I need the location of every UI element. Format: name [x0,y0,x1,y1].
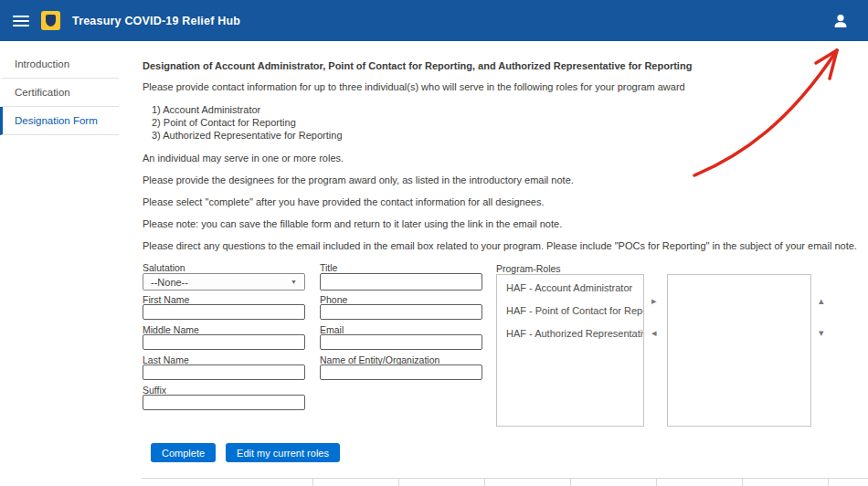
action-buttons: Complete Edit my current roles [151,443,868,462]
page: Treasury COVID-19 Relief Hub Introductio… [0,0,868,486]
chevron-down-icon: ▼ [291,279,297,285]
page-title: Designation of Account Administrator, Po… [143,60,868,71]
table-cell [142,479,313,486]
salutation-select[interactable]: --None-- ▼ [143,273,305,291]
sidebar-item-designation-form[interactable]: Designation Form [0,107,119,135]
phone-field[interactable] [320,304,482,320]
user-icon[interactable] [831,12,850,30]
roles-list-item: 1) Account Administrator [152,103,868,116]
role-option[interactable]: HAF - Account Administrator [497,275,643,298]
table-cell [399,479,485,486]
last-name-field[interactable] [143,364,305,380]
roles-list-item: 2) Point of Contact for Reporting [152,116,868,129]
title-field[interactable] [320,273,482,291]
note-paragraph: Please note: you can save the fillable f… [143,218,868,229]
salutation-label: Salutation [143,262,185,273]
email-field[interactable] [320,334,482,350]
move-left-icon[interactable]: ◂ [650,326,659,340]
available-roles-listbox[interactable]: HAF - Account Administrator HAF - Point … [496,274,644,427]
table-cell [657,479,743,486]
move-down-icon[interactable]: ▾ [817,326,826,340]
contacts-table [142,478,868,486]
note-paragraph: Please select "complete" after you have … [143,196,868,207]
table-cell [485,479,571,486]
note-paragraph: Please provide the designees for the pro… [143,174,868,185]
app-title: Treasury COVID-19 Relief Hub [72,15,240,27]
move-right-icon[interactable]: ▸ [650,294,659,308]
menu-icon[interactable] [13,13,29,29]
app-header: Treasury COVID-19 Relief Hub [0,0,868,41]
sidebar-item-certification[interactable]: Certification [0,79,119,107]
intro-paragraph: Please provide contact information for u… [143,81,868,92]
suffix-field[interactable] [143,395,305,410]
sidebar-item-label: Designation Form [15,115,98,126]
main-content: Designation of Account Administrator, Po… [119,41,868,486]
middle-name-field[interactable] [143,334,305,350]
title-label: Title [320,262,337,273]
table-cell [571,479,657,486]
first-name-field[interactable] [143,304,305,320]
role-option[interactable]: HAF - Point of Contact for Reporting [497,298,643,321]
table-cell [313,479,399,486]
role-option[interactable]: HAF - Authorized Representative fo... [497,321,643,343]
note-paragraph: Please direct any questions to the email… [143,240,868,251]
salutation-selected-value: --None-- [151,277,188,288]
roles-list-item: 3) Authorized Representative for Reporti… [152,129,868,142]
sidebar-item-introduction[interactable]: Introduction [0,50,119,79]
roles-list: 1) Account Administrator 2) Point of Con… [152,103,868,142]
sidebar-item-label: Introduction [15,58,69,69]
move-up-icon[interactable]: ▴ [817,294,826,308]
complete-button[interactable]: Complete [151,443,216,462]
program-roles-label: Program-Roles [496,263,561,274]
edit-roles-button[interactable]: Edit my current roles [226,443,340,462]
table-cell [743,479,829,486]
entity-field[interactable] [320,364,482,380]
designation-form: Salutation --None-- ▼ First Name Middle … [143,262,846,430]
sidebar-item-label: Certification [15,87,70,98]
note-paragraph: An individual may serve in one or more r… [143,153,868,164]
treasury-seal-icon [41,11,60,30]
sidebar: Introduction Certification Designation F… [0,41,119,135]
selected-roles-listbox[interactable] [667,274,811,427]
table-cell [829,479,868,486]
